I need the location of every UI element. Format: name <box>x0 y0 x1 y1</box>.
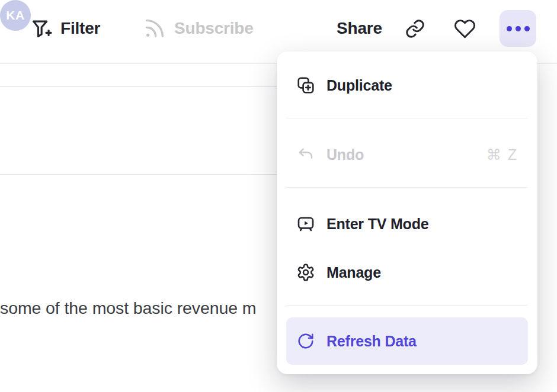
duplicate-icon <box>296 76 315 95</box>
link-icon <box>405 18 425 39</box>
menu-item-label: Undo <box>326 146 364 163</box>
menu-item-duplicate[interactable]: Duplicate <box>277 61 537 110</box>
filter-button[interactable]: Filter <box>30 14 100 43</box>
tv-mode-icon <box>296 214 315 233</box>
menu-divider <box>286 187 528 188</box>
menu-item-label: Duplicate <box>326 77 392 94</box>
more-options-button[interactable] <box>500 10 536 47</box>
subscribe-button-label: Subscribe <box>174 19 254 38</box>
share-button-label: Share <box>337 19 382 38</box>
ellipsis-dot <box>516 26 521 31</box>
menu-item-label: Enter TV Mode <box>326 216 428 233</box>
ellipsis-dot <box>507 26 512 31</box>
gear-icon <box>296 263 315 282</box>
copy-link-button[interactable] <box>405 14 425 43</box>
menu-item-refresh-data[interactable]: Refresh Data <box>286 317 528 365</box>
menu-divider <box>286 118 528 118</box>
menu-item-undo: Undo ⌘ Z <box>277 130 537 179</box>
share-button[interactable]: Share <box>337 14 382 43</box>
dashboard-description-text: some of the most basic revenue m <box>0 298 256 318</box>
keyboard-shortcut: ⌘ Z <box>486 146 518 163</box>
rss-icon <box>143 17 167 40</box>
user-avatar[interactable]: KA <box>0 0 31 31</box>
refresh-icon <box>296 332 315 351</box>
avatar-initials: KA <box>6 8 24 23</box>
favorite-button[interactable] <box>454 14 476 43</box>
heart-icon <box>454 18 476 40</box>
more-options-menu: Duplicate Undo ⌘ Z Enter TV M <box>277 52 537 374</box>
filter-plus-icon <box>30 17 53 40</box>
ellipsis-dot <box>524 26 530 31</box>
menu-item-enter-tv-mode[interactable]: Enter TV Mode <box>277 200 537 248</box>
dashboard-page: Filter Subscribe KA Share <box>0 0 557 392</box>
undo-icon <box>296 145 315 164</box>
subscribe-button: Subscribe <box>143 14 254 43</box>
menu-item-manage[interactable]: Manage <box>277 248 537 297</box>
menu-item-label: Refresh Data <box>326 333 417 350</box>
menu-divider <box>286 305 528 306</box>
filter-button-label: Filter <box>60 19 100 38</box>
menu-item-label: Manage <box>326 264 381 281</box>
